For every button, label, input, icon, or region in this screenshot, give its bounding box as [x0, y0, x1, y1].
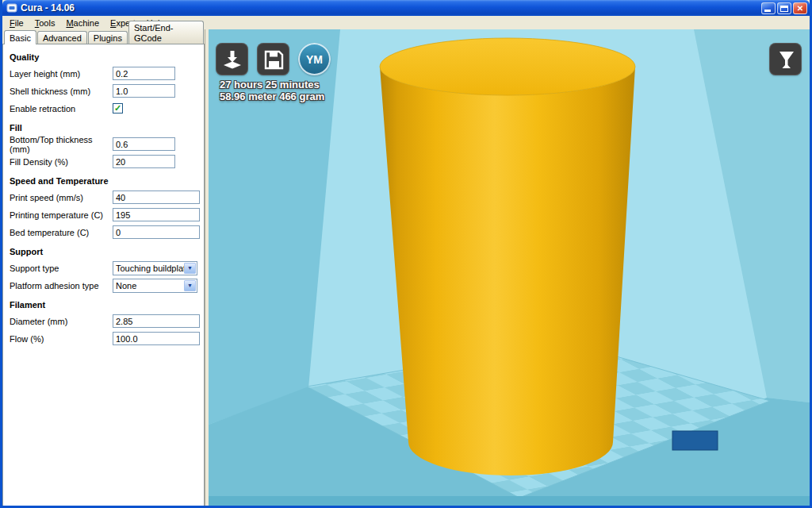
section-title-fill: Fill	[10, 123, 197, 133]
section-title-speed-temperature: Speed and Temperature	[10, 176, 197, 186]
diameter-input[interactable]	[113, 314, 200, 328]
print-time-estimate: 27 hours 25 minutes	[220, 79, 324, 90]
enable-retraction-checkbox[interactable]: ✓	[113, 103, 123, 114]
print-estimate: 27 hours 25 minutes 58.96 meter 466 gram	[220, 79, 324, 102]
close-button[interactable]: ✕	[793, 2, 807, 14]
menu-machine[interactable]: Machine	[60, 17, 105, 29]
basic-settings-page: Quality Layer height (mm) Shell thicknes…	[2, 44, 205, 506]
support-type-dropdown[interactable]: Touching buildplate ▼	[113, 261, 197, 275]
tab-advanced[interactable]: Advanced	[37, 31, 87, 44]
check-icon: ✓	[114, 104, 121, 113]
cylinder-top	[380, 38, 635, 95]
build-volume-bottom-edge	[209, 496, 810, 506]
printing-temperature-label: Printing temperature (C)	[10, 210, 113, 220]
bottom-top-thickness-label: Bottom/Top thickness (mm)	[10, 135, 113, 154]
flow-input[interactable]	[113, 332, 200, 345]
load-model-icon	[221, 48, 243, 71]
tab-plugins[interactable]: Plugins	[88, 31, 128, 44]
menu-file[interactable]: File	[4, 17, 29, 29]
print-speed-input[interactable]	[113, 190, 200, 204]
save-toolpath-button[interactable]	[257, 43, 289, 75]
tab-start-end-gcode[interactable]: Start/End-GCode	[128, 21, 204, 44]
setting-row: Layer height (mm)	[10, 66, 197, 81]
dropdown-arrow-button[interactable]: ▼	[184, 280, 196, 291]
platform-adhesion-value: None	[116, 281, 136, 291]
print-speed-label: Print speed (mm/s)	[10, 193, 113, 202]
layer-height-label: Layer height (mm)	[10, 69, 113, 79]
tab-strip: Basic Advanced Plugins Start/End-GCode	[2, 29, 205, 44]
menu-bar: File Tools Machine Expert Help	[2, 16, 810, 29]
minimize-icon	[764, 10, 771, 12]
cura-window: Cura - 14.06 ✕ File Tools Machine Expert…	[0, 0, 812, 508]
bed-temperature-label: Bed temperature (C)	[10, 228, 113, 237]
bottom-top-thickness-input[interactable]	[113, 137, 175, 151]
cylinder-body	[380, 67, 635, 475]
fill-density-label: Fill Density (%)	[10, 157, 113, 167]
viewport-3d[interactable]: YM 27 hours 25 minutes 58.96 meter 466 g…	[209, 29, 810, 506]
support-type-label: Support type	[10, 264, 113, 273]
app-icon	[6, 2, 17, 13]
setting-row: Diameter (mm)	[10, 314, 197, 329]
maximize-icon	[780, 6, 788, 12]
tab-basic[interactable]: Basic	[4, 30, 36, 44]
model-cylinder[interactable]	[380, 38, 635, 475]
setting-row: Bed temperature (C)	[10, 225, 197, 240]
diameter-label: Diameter (mm)	[10, 317, 113, 326]
setting-row: Enable retraction ✓	[10, 101, 197, 116]
printing-temperature-input[interactable]	[113, 208, 200, 221]
view-mode-button[interactable]	[769, 43, 802, 75]
view-mode-icon	[775, 48, 797, 71]
load-model-button[interactable]	[216, 43, 248, 75]
shell-thickness-input[interactable]	[113, 84, 175, 98]
settings-panel: Basic Advanced Plugins Start/End-GCode Q…	[2, 29, 205, 506]
setting-row: Fill Density (%)	[10, 154, 197, 169]
setting-row: Platform adhesion type None ▼	[10, 278, 197, 293]
setting-row: Bottom/Top thickness (mm)	[10, 137, 197, 152]
youmagine-label: YM	[306, 53, 323, 66]
setting-row: Print speed (mm/s)	[10, 190, 197, 205]
youmagine-share-button[interactable]: YM	[298, 43, 331, 75]
chevron-down-icon: ▼	[187, 283, 193, 288]
window-title: Cura - 14.06	[21, 2, 760, 13]
fill-density-input[interactable]	[113, 155, 175, 168]
dropdown-arrow-button[interactable]: ▼	[184, 263, 196, 274]
enable-retraction-label: Enable retraction	[10, 104, 113, 114]
chevron-down-icon: ▼	[187, 265, 193, 271]
platform-adhesion-dropdown[interactable]: None ▼	[113, 279, 197, 293]
support-type-value: Touching buildplate	[116, 264, 190, 273]
shell-thickness-label: Shell thickness (mm)	[10, 87, 113, 96]
title-bar[interactable]: Cura - 14.06 ✕	[2, 0, 810, 16]
setting-row: Flow (%)	[10, 331, 197, 346]
minimize-button[interactable]	[761, 2, 776, 14]
setting-row: Shell thickness (mm)	[10, 83, 197, 98]
maximize-button[interactable]	[777, 2, 791, 14]
material-estimate: 58.96 meter 466 gram	[220, 90, 324, 102]
platform-adhesion-label: Platform adhesion type	[10, 281, 113, 291]
layer-height-input[interactable]	[113, 67, 175, 80]
menu-tools[interactable]: Tools	[29, 17, 61, 29]
setting-row: Printing temperature (C)	[10, 207, 197, 222]
close-icon: ✕	[794, 3, 806, 13]
section-title-filament: Filament	[10, 300, 197, 310]
save-icon	[262, 48, 285, 71]
setting-row: Support type Touching buildplate ▼	[10, 260, 197, 275]
section-title-quality: Quality	[10, 52, 197, 62]
bed-temperature-input[interactable]	[113, 225, 200, 239]
platform-highlight-rect	[672, 431, 718, 450]
section-title-support: Support	[10, 247, 197, 256]
flow-label: Flow (%)	[10, 334, 113, 344]
